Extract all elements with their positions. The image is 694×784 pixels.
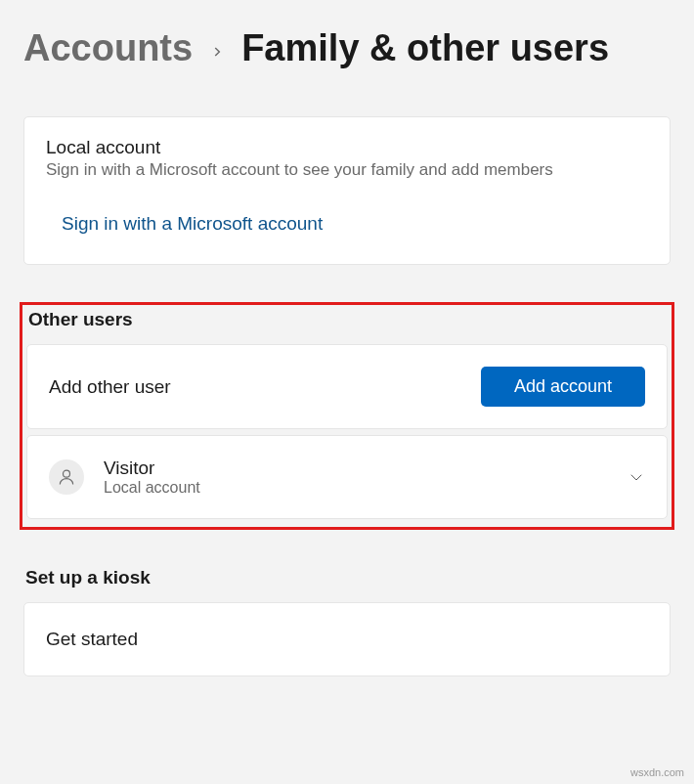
- add-account-button[interactable]: Add account: [481, 367, 645, 407]
- signin-microsoft-link[interactable]: Sign in with a Microsoft account: [62, 213, 323, 235]
- other-users-section: Other users Add other user Add account V…: [20, 302, 674, 530]
- watermark: wsxdn.com: [630, 766, 684, 778]
- breadcrumb: Accounts Family & other users: [23, 27, 671, 69]
- kiosk-section: Set up a kiosk Get started: [23, 567, 671, 676]
- get-started-label: Get started: [46, 629, 138, 649]
- add-other-user-row: Add other user Add account: [26, 344, 668, 429]
- breadcrumb-parent[interactable]: Accounts: [23, 27, 193, 69]
- local-account-card: Local account Sign in with a Microsoft a…: [23, 116, 671, 265]
- user-type: Local account: [104, 479, 200, 497]
- svg-point-0: [64, 470, 70, 477]
- user-row[interactable]: Visitor Local account: [26, 435, 668, 519]
- avatar: [49, 459, 84, 495]
- user-info: Visitor Local account: [104, 457, 200, 497]
- local-account-subtitle: Sign in with a Microsoft account to see …: [46, 160, 648, 180]
- chevron-right-icon: [210, 39, 224, 65]
- kiosk-heading: Set up a kiosk: [23, 567, 671, 588]
- other-users-heading: Other users: [26, 309, 668, 330]
- add-other-user-label: Add other user: [49, 376, 171, 398]
- local-account-title: Local account: [46, 137, 648, 158]
- user-name: Visitor: [104, 457, 200, 479]
- kiosk-card[interactable]: Get started: [23, 602, 671, 676]
- breadcrumb-current: Family & other users: [241, 27, 609, 69]
- person-icon: [57, 467, 76, 487]
- user-row-left: Visitor Local account: [49, 457, 200, 497]
- chevron-down-icon[interactable]: [628, 468, 645, 486]
